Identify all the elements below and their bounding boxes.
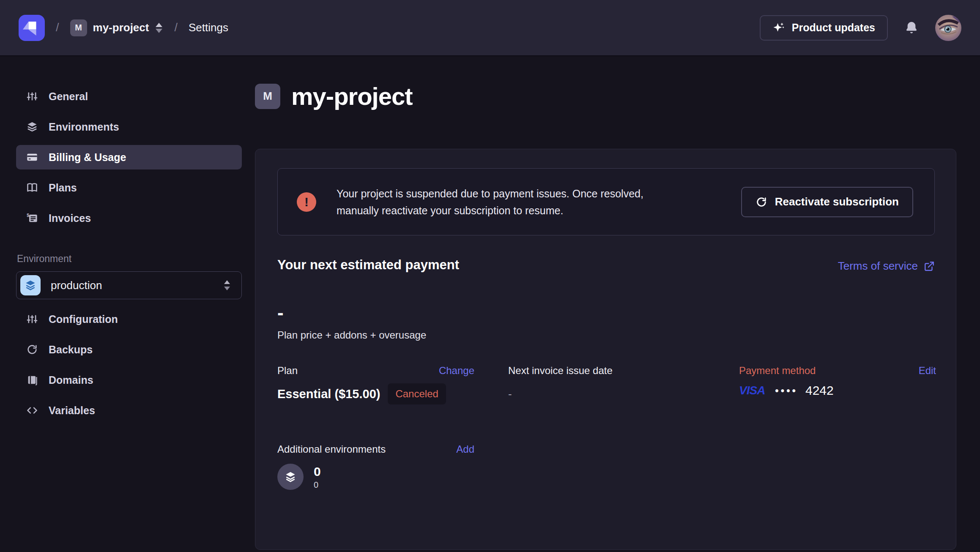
sidebar-item-label: General <box>49 90 88 103</box>
terms-of-service-link[interactable]: Terms of service <box>838 260 935 273</box>
sidebar-item-label: Variables <box>49 404 95 417</box>
next-invoice-label: Next invoice issue date <box>508 365 613 377</box>
alert-message-line2: manually reactivate your subscription to… <box>337 202 741 219</box>
breadcrumb: / M my-project / Settings <box>19 15 228 41</box>
estimated-amount-value: - <box>277 306 935 320</box>
page-header: M my-project <box>255 82 956 110</box>
sidebar-item-label: Configuration <box>49 313 118 325</box>
billing-details-grid: Plan Change Essential ($15.00) Canceled … <box>277 365 935 404</box>
change-plan-link[interactable]: Change <box>439 365 474 377</box>
topbar: / M my-project / Settings <box>0 0 980 56</box>
sidebar-item-label: Domains <box>49 374 93 386</box>
breadcrumb-project-label: my-project <box>93 21 149 34</box>
suspension-alert: ! Your project is suspended due to payme… <box>277 168 935 235</box>
breadcrumb-settings: Settings <box>189 21 228 34</box>
alert-message-line1: Your project is suspended due to payment… <box>337 185 741 202</box>
sidebar: General Environments <box>0 56 255 551</box>
product-updates-label: Product updates <box>792 22 875 34</box>
add-environment-link[interactable]: Add <box>456 443 474 455</box>
payment-method-column: Payment method Edit VISA •••• 4242 <box>739 365 936 404</box>
layers-icon <box>25 121 39 133</box>
open-book-icon <box>25 182 39 194</box>
main-content: M my-project ! Your project is suspended… <box>255 56 980 551</box>
sidebar-item-label: Invoices <box>49 212 91 224</box>
environment-selector[interactable]: production <box>16 271 242 299</box>
environments-sub-count: 0 <box>314 480 321 490</box>
external-link-icon <box>924 261 935 272</box>
additional-environments-label: Additional environments <box>277 443 386 455</box>
sliders-icon <box>25 313 39 325</box>
user-avatar[interactable] <box>935 15 961 41</box>
breadcrumb-separator-2: / <box>174 21 178 34</box>
plan-status-badge: Canceled <box>388 383 446 404</box>
card-masked-dots: •••• <box>775 385 798 396</box>
invoice-column: Next invoice issue date - <box>508 365 705 404</box>
alert-message: Your project is suspended due to payment… <box>337 185 741 219</box>
notebook-icon <box>25 374 39 386</box>
project-switcher-icon[interactable] <box>155 22 163 34</box>
sidebar-item-label: Billing & Usage <box>49 151 126 164</box>
reactivate-subscription-button[interactable]: Reactivate subscription <box>741 187 913 217</box>
card-last4: 4242 <box>805 383 834 398</box>
reactivate-subscription-label: Reactivate subscription <box>775 195 899 208</box>
plan-column: Plan Change Essential ($15.00) Canceled <box>277 365 474 404</box>
sidebar-item-backups[interactable]: Backups <box>16 337 242 362</box>
sidebar-item-billing-usage[interactable]: Billing & Usage <box>16 145 242 169</box>
rotate-icon <box>25 344 39 355</box>
environments-counts: 0 0 <box>314 464 321 490</box>
credit-card-icon <box>25 151 39 163</box>
sidebar-item-label: Plans <box>49 182 77 194</box>
payment-method-label: Payment method <box>739 365 816 377</box>
plan-name: Essential ($15.00) <box>277 387 380 401</box>
svg-text:$: $ <box>27 213 29 218</box>
terms-of-service-label: Terms of service <box>838 260 918 273</box>
sparkles-icon <box>772 22 785 34</box>
invoice-icon: $ <box>25 212 39 224</box>
strapi-logo-icon <box>19 15 45 41</box>
estimated-amount-formula: Plan price + addons + overusage <box>277 329 935 341</box>
environments-count-layers-icon <box>277 464 304 490</box>
next-invoice-value: - <box>508 388 705 401</box>
refresh-icon <box>756 196 767 208</box>
app-root: / M my-project / Settings <box>0 0 980 552</box>
notifications-bell-icon[interactable] <box>904 20 919 36</box>
alert-exclamation-icon: ! <box>297 192 316 212</box>
breadcrumb-project[interactable]: M my-project <box>70 19 164 36</box>
additional-environments-section: Additional environments Add 0 <box>277 443 474 490</box>
product-updates-button[interactable]: Product updates <box>760 15 888 41</box>
payment-section-header: Your next estimated payment Terms of ser… <box>277 257 935 273</box>
sidebar-item-variables[interactable]: Variables <box>16 398 242 423</box>
page-title: my-project <box>291 82 413 110</box>
sidebar-item-environments[interactable]: Environments <box>16 115 242 139</box>
sidebar-item-label: Backups <box>49 344 93 356</box>
sidebar-item-domains[interactable]: Domains <box>16 368 242 392</box>
environment-selector-value: production <box>51 279 223 292</box>
next-payment-heading: Your next estimated payment <box>277 257 459 273</box>
edit-payment-method-link[interactable]: Edit <box>919 365 936 377</box>
sliders-icon <box>25 90 39 102</box>
plan-label: Plan <box>277 365 298 377</box>
topbar-actions: Product updates <box>760 15 961 41</box>
sidebar-item-configuration[interactable]: Configuration <box>16 307 242 331</box>
billing-card: ! Your project is suspended due to payme… <box>255 149 956 550</box>
environment-section-label: Environment <box>17 253 242 265</box>
project-initial-badge: M <box>70 19 87 36</box>
breadcrumb-separator: / <box>56 21 59 34</box>
environment-layers-icon <box>20 275 41 295</box>
environment-selector-chevrons-icon <box>223 279 231 292</box>
sidebar-item-plans[interactable]: Plans <box>16 175 242 200</box>
code-icon <box>25 404 39 416</box>
sidebar-item-general[interactable]: General <box>16 84 242 109</box>
visa-logo: VISA <box>739 384 765 397</box>
sidebar-item-invoices[interactable]: $ Invoices <box>16 206 242 230</box>
app-logo[interactable] <box>19 15 45 41</box>
environments-count: 0 <box>314 465 321 479</box>
sidebar-item-label: Environments <box>49 121 119 133</box>
project-initial-badge-large: M <box>255 84 280 109</box>
